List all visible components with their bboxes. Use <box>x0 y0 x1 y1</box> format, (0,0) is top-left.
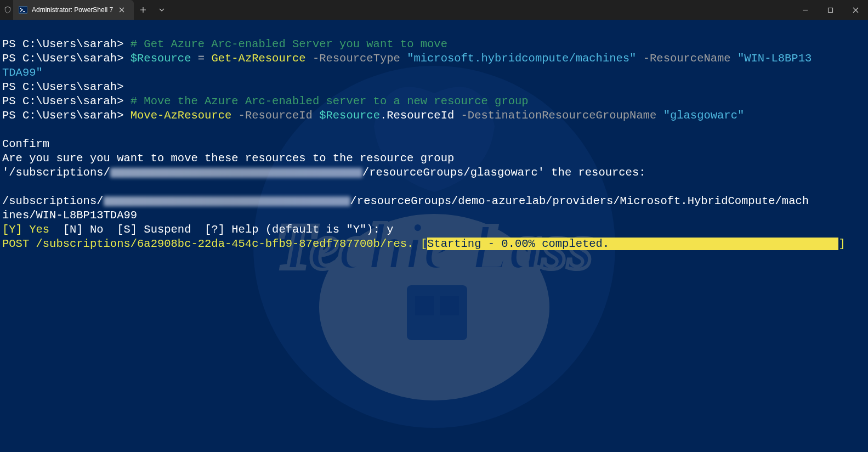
prompt: PS C:\Users\sarah> <box>2 95 123 108</box>
operator: = <box>191 52 211 65</box>
parameter: -ResourceId <box>231 109 319 122</box>
member-access: .ResourceId <box>380 109 454 122</box>
progress-fill <box>609 238 838 250</box>
parameter: -ResourceType <box>306 52 407 65</box>
variable: $Resource <box>319 109 380 122</box>
prompt: PS C:\Users\sarah> <box>2 109 123 122</box>
confirm-question: Are you sure you want to move these reso… <box>2 152 454 165</box>
bracket: ] <box>838 238 845 250</box>
window-titlebar: Administrator: PowerShell 7 <box>0 0 868 20</box>
prompt: PS C:\Users\sarah> <box>2 38 123 50</box>
progress-status: Starting - 0.00% completed. <box>427 238 609 250</box>
resource-source-path: /subscriptions/ <box>2 195 104 207</box>
redacted-subscription-id <box>104 196 350 206</box>
minimize-button[interactable] <box>792 0 818 20</box>
uac-shield-icon <box>0 0 13 20</box>
svg-rect-1 <box>828 8 832 12</box>
prompt: PS C:\Users\sarah> <box>2 81 123 93</box>
prompt-option-suspend: [S] Suspend <box>117 223 205 236</box>
svg-rect-4 <box>407 285 467 340</box>
parameter: -DestinationResourceGroupName <box>454 109 663 122</box>
bracket: [ <box>413 238 427 250</box>
redacted-subscription-id <box>110 168 362 178</box>
prompt-option-yes: [Y] Yes <box>2 223 63 236</box>
resource-target-path: '/subscriptions/ <box>2 166 110 179</box>
cmdlet: Move-AzResource <box>131 109 232 122</box>
resource-source-path: /resourceGroups/demo-azurelab/providers/… <box>350 195 809 207</box>
string-literal: "glasgowarc" <box>663 109 745 122</box>
variable: $Resource <box>131 52 191 65</box>
user-input: y <box>387 223 393 236</box>
svg-rect-5 <box>415 296 434 315</box>
resource-target-path: /resourceGroups/glasgowarc' the resource… <box>362 166 646 179</box>
tab-close-icon[interactable] <box>117 5 126 14</box>
prompt-option-help: [?] Help (default is "Y"): <box>205 223 387 236</box>
window-controls <box>792 0 868 20</box>
comment-line: # Move the Azure Arc-enabled server to a… <box>131 95 529 108</box>
string-literal: TDA99" <box>2 66 43 79</box>
prompt: PS C:\Users\sarah> <box>2 52 123 65</box>
tab-dropdown-button[interactable] <box>152 0 171 20</box>
string-literal: "microsoft.hybridcompute/machines" <box>407 52 636 65</box>
terminal-body[interactable]: PS C:\Users\sarah> # Get Azure Arc-enabl… <box>0 20 868 253</box>
resource-source-path: ines/WIN-L8BP13TDA99 <box>2 209 137 222</box>
close-window-button[interactable] <box>843 0 868 20</box>
confirm-header: Confirm <box>2 138 49 150</box>
new-tab-button[interactable] <box>134 0 152 20</box>
comment-line: # Get Azure Arc-enabled Server you want … <box>131 38 447 50</box>
powershell-icon <box>19 5 27 14</box>
tab-title: Administrator: PowerShell 7 <box>32 6 113 14</box>
terminal-tab[interactable]: Administrator: PowerShell 7 <box>13 0 134 20</box>
maximize-button[interactable] <box>818 0 843 20</box>
parameter: -ResourceName <box>636 52 737 65</box>
string-literal: "WIN-L8BP13 <box>737 52 812 65</box>
svg-rect-6 <box>440 296 459 315</box>
prompt-option-no: [N] No <box>63 223 117 236</box>
http-post-line: POST /subscriptions/6a2908bc-22da-454c-b… <box>2 238 413 250</box>
cmdlet: Get-AzResource <box>211 52 305 65</box>
